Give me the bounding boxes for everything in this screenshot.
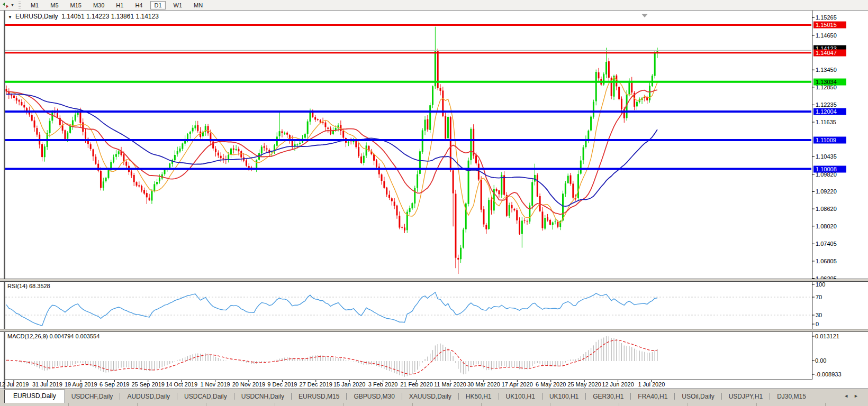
chart-tab-xauusd-daily[interactable]: XAUUSD,Daily <box>403 391 458 403</box>
rsi-axis-label: 70 <box>816 294 822 300</box>
ohlc-close: 1.14123 <box>135 13 158 20</box>
main-rsi-divider[interactable] <box>0 279 868 282</box>
level-price-label: 1.14047 <box>813 49 846 56</box>
tab-separator <box>674 393 675 400</box>
rsi-axis-label: 30 <box>816 312 822 318</box>
rsi-macd-divider[interactable] <box>0 329 868 332</box>
rsi-indicator-label: RSI(14) 68.3528 <box>7 283 50 289</box>
chart-tab-usoil-daily[interactable]: USOil,Daily <box>675 391 720 403</box>
timeframe-button-h1[interactable]: H1 <box>112 1 127 10</box>
time-axis-label: 30 Mar 2020 <box>467 381 500 387</box>
tab-scroll-left-icon[interactable]: ◄ <box>844 393 854 399</box>
chart-tab-usdchf-daily[interactable]: USDCHF,Daily <box>65 391 120 403</box>
macd-axis-label: 0.00 <box>815 357 826 364</box>
time-axis-label: 6 Sep 2019 <box>100 381 129 387</box>
price-axis-label: 1.15265 <box>816 14 837 21</box>
ohlc-high: 1.14223 <box>86 13 109 20</box>
time-axis-label: 17 Apr 2020 <box>502 381 533 387</box>
tab-bar-ruler <box>0 403 868 406</box>
time-axis-label: 1 Jul 2020 <box>638 381 665 387</box>
chart-mode-icon[interactable] <box>2 2 9 8</box>
level-price-label: 1.15015 <box>813 22 846 29</box>
timeframe-button-m5[interactable]: M5 <box>47 1 62 10</box>
price-axis-label: 1.09220 <box>816 188 837 195</box>
chart-tab-ger30-h1[interactable]: GER30,H1 <box>586 391 630 403</box>
time-axis-label: 12 Jul 2019 <box>0 381 29 387</box>
chart-tab-uk100-h1[interactable]: UK100,H1 <box>543 391 585 403</box>
chart-tab-gbpusd-m30[interactable]: GBPUSD,M30 <box>347 391 401 403</box>
chart-tab-usdcad-daily[interactable]: USDCAD,Daily <box>178 391 233 403</box>
chart-tab-usdjpy-h1[interactable]: USDJPY,H1 <box>722 391 769 403</box>
chart-tab-eurusd-m15[interactable]: EURUSD,M15 <box>292 391 346 403</box>
candles-layer <box>6 27 658 274</box>
toolbar-grip-handle[interactable] <box>19 2 21 8</box>
time-axis-label: 14 Oct 2019 <box>166 381 197 387</box>
timeframe-button-d1[interactable]: D1 <box>150 1 165 10</box>
tab-separator <box>346 393 347 400</box>
time-axis-label: 15 Jan 2020 <box>333 381 366 387</box>
symbol-dropdown-icon[interactable]: ▼ <box>8 15 12 20</box>
price-axis-label: 1.11635 <box>816 119 836 125</box>
macd-signal-line <box>6 340 657 374</box>
macd-signal-value: 0.003554 <box>75 333 100 339</box>
tab-separator <box>120 393 120 400</box>
chart-tab-eurusd-daily[interactable]: EURUSD,Daily <box>4 390 65 403</box>
terminal-window: ▼ M1M5M15M30H1H4D1W1MN ▼EURUSD,Daily 1.1… <box>0 0 868 406</box>
chart-header: ▼EURUSD,Daily 1.14051 1.14223 1.13861 1.… <box>8 13 159 20</box>
ohlc-low: 1.13861 <box>111 13 134 20</box>
macd-value: 0.004794 <box>49 333 74 339</box>
level-price-label: 1.11009 <box>813 137 846 144</box>
rsi-axis-label: 0 <box>816 321 819 327</box>
chart-tab-dj30-m15[interactable]: DJ30,M15 <box>771 391 812 403</box>
tab-separator <box>770 393 770 400</box>
timeframe-toolbar: ▼ M1M5M15M30H1H4D1W1MN <box>0 0 868 11</box>
price-axis-label: 1.07405 <box>816 241 837 247</box>
chart-tab-audusd-daily[interactable]: AUDUSD,Daily <box>121 391 176 403</box>
chart-tab-usdcnh-daily[interactable]: USDCNH,Daily <box>235 391 291 403</box>
price-axis-label: 1.08620 <box>816 206 837 212</box>
macd-indicator-label: MACD(12,26,9) 0.004794 0.003554 <box>7 333 100 339</box>
timeframe-button-w1[interactable]: W1 <box>170 1 186 10</box>
chart-tab-hk50-h1[interactable]: HK50,H1 <box>459 391 498 403</box>
timeframe-button-m15[interactable]: M15 <box>67 1 85 10</box>
time-axis-label: 25 May 2020 <box>567 381 601 387</box>
price-axis-label: 1.08020 <box>816 223 837 229</box>
tab-separator <box>402 393 402 400</box>
chevron-down-icon[interactable]: ▼ <box>11 3 14 7</box>
level-price-label: 1.12004 <box>813 108 846 115</box>
chart-tab-uk100-h1[interactable]: UK100,H1 <box>500 391 541 403</box>
timeframe-button-m1[interactable]: M1 <box>27 1 42 10</box>
tab-separator <box>630 393 631 400</box>
level-price-label: 1.10008 <box>813 165 846 172</box>
rsi-value: 68.3528 <box>29 283 50 289</box>
ma-8-line <box>6 78 657 223</box>
tab-separator <box>585 393 586 400</box>
time-axis-label: 11 Mar 2020 <box>434 381 466 387</box>
chart-tab-fra40-h1[interactable]: FRA40,H1 <box>631 391 674 403</box>
timeframe-button-h4[interactable]: H4 <box>131 1 146 10</box>
price-axis-label: 1.12235 <box>816 102 837 108</box>
timeframe-button-m30[interactable]: M30 <box>89 1 108 10</box>
tab-separator <box>542 393 542 400</box>
rsi-axis-label: 100 <box>816 281 825 288</box>
time-axis-label: 6 May 2020 <box>536 381 566 387</box>
time-axis-label: 27 Dec 2019 <box>300 381 332 387</box>
time-axis-label: 20 Nov 2019 <box>232 381 265 387</box>
price-axis-label: 1.13450 <box>816 67 837 73</box>
timeframe-button-mn[interactable]: MN <box>190 1 206 10</box>
macd-axis-label: 0.013121 <box>815 333 839 339</box>
price-axis-label: 1.14650 <box>816 32 837 39</box>
time-axis-label: 1 Nov 2019 <box>200 381 230 387</box>
time-axis-label: 19 Aug 2019 <box>65 381 97 387</box>
time-axis-label: 3 Feb 2020 <box>368 381 398 387</box>
time-axis-label: 9 Dec 2019 <box>267 381 297 387</box>
ma-20-line <box>6 90 657 215</box>
time-axis-label: 31 Jul 2019 <box>32 381 62 387</box>
tab-separator <box>291 393 292 400</box>
tab-separator <box>177 393 177 400</box>
time-axis-label: 21 Feb 2020 <box>400 381 433 387</box>
price-chart-canvas[interactable] <box>0 0 868 406</box>
price-axis-label: 1.06805 <box>816 258 837 264</box>
tab-scroll-right-icon[interactable]: ► <box>854 393 864 399</box>
level-price-label: 1.13034 <box>813 78 846 85</box>
